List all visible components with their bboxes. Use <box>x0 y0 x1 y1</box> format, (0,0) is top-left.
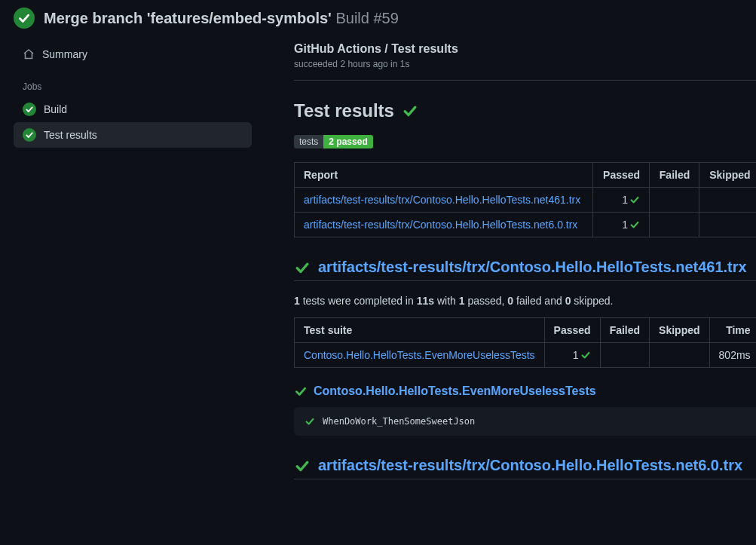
page-header: Merge branch 'features/embed-symbols' Bu… <box>0 0 756 42</box>
nav-summary[interactable]: Summary <box>14 42 252 66</box>
cell-skipped <box>699 188 756 213</box>
table-header-row: Test suite Passed Failed Skipped Time <box>295 318 757 343</box>
col-failed: Failed <box>600 318 649 343</box>
check-circle-icon <box>23 103 36 116</box>
cell-time: 802ms <box>709 343 756 368</box>
report-link[interactable]: artifacts/test-results/trx/Contoso.Hello… <box>304 219 577 231</box>
col-report: Report <box>295 163 593 188</box>
nav-job-label: Build <box>44 103 67 115</box>
reports-table: Report Passed Failed Skipped artifacts/t… <box>294 162 756 237</box>
home-icon <box>23 48 35 60</box>
page-title: Merge branch 'features/embed-symbols' Bu… <box>44 10 399 27</box>
col-failed: Failed <box>650 163 699 188</box>
table-row: artifacts/test-results/trx/Contoso.Hello… <box>295 213 757 237</box>
file-link[interactable]: artifacts/test-results/trx/Contoso.Hello… <box>318 259 747 276</box>
build-status-icon <box>14 8 35 29</box>
commit-message: Merge branch 'features/embed-symbols' <box>44 10 332 26</box>
check-icon <box>629 219 640 230</box>
col-skipped: Skipped <box>699 163 756 188</box>
table-header-row: Report Passed Failed Skipped <box>295 163 757 188</box>
nav-job-build[interactable]: Build <box>14 96 252 122</box>
breadcrumb-owner: GitHub Actions <box>294 42 381 55</box>
table-row: Contoso.Hello.HelloTests.EvenMoreUseless… <box>295 343 757 368</box>
sidebar: Summary Jobs Build Test results <box>0 42 256 482</box>
check-icon <box>294 458 311 474</box>
status-line: succeeded 2 hours ago in 1s <box>294 59 756 69</box>
nav-summary-label: Summary <box>42 48 87 60</box>
col-time: Time <box>709 318 756 343</box>
cell-skipped <box>650 343 709 368</box>
col-skipped: Skipped <box>650 318 709 343</box>
cell-failed <box>650 188 699 213</box>
cell-failed <box>650 213 699 237</box>
file-section-heading: artifacts/test-results/trx/Contoso.Hello… <box>294 259 756 281</box>
tests-badge: tests2 passed <box>294 135 756 148</box>
col-suite: Test suite <box>295 318 545 343</box>
suite-table: Test suite Passed Failed Skipped Time Co… <box>294 317 756 368</box>
cell-passed: 1 <box>593 213 650 237</box>
check-circle-icon <box>23 128 36 142</box>
suite-heading: Contoso.Hello.HelloTests.EvenMoreUseless… <box>294 384 756 398</box>
cell-skipped <box>699 213 756 237</box>
badge-value: 2 passed <box>323 135 372 148</box>
divider <box>294 80 756 81</box>
suite-link[interactable]: Contoso.Hello.HelloTests.EvenMoreUseless… <box>304 349 535 361</box>
file-section-heading: artifacts/test-results/trx/Contoso.Hello… <box>294 457 756 479</box>
check-icon <box>294 259 311 276</box>
build-number: Build #59 <box>335 10 398 26</box>
suite-link[interactable]: Contoso.Hello.HelloTests.EvenMoreUseless… <box>314 384 596 398</box>
file-summary: 1 tests were completed in 11s with 1 pas… <box>294 295 756 307</box>
check-icon <box>305 416 315 427</box>
test-name: WhenDoWork_ThenSomeSweetJson <box>323 416 475 427</box>
col-passed: Passed <box>544 318 600 343</box>
breadcrumb-page: Test results <box>391 42 458 55</box>
check-icon <box>402 103 418 119</box>
jobs-heading: Jobs <box>14 66 252 96</box>
cell-passed: 1 <box>544 343 600 368</box>
nav-job-label: Test results <box>44 129 97 141</box>
file-link[interactable]: artifacts/test-results/trx/Contoso.Hello… <box>318 457 742 474</box>
nav-job-test-results[interactable]: Test results <box>14 122 252 148</box>
main-content: GitHub Actions / Test results succeeded … <box>256 42 756 482</box>
table-row: artifacts/test-results/trx/Contoso.Hello… <box>295 188 757 213</box>
check-icon <box>629 194 640 205</box>
cell-failed <box>600 343 649 368</box>
check-icon <box>294 384 308 398</box>
section-title: Test results <box>294 100 756 121</box>
test-item: WhenDoWork_ThenSomeSweetJson <box>294 407 756 436</box>
cell-passed: 1 <box>593 188 650 213</box>
breadcrumb: GitHub Actions / Test results <box>294 42 756 56</box>
col-passed: Passed <box>593 163 650 188</box>
report-link[interactable]: artifacts/test-results/trx/Contoso.Hello… <box>304 194 580 206</box>
badge-label: tests <box>294 135 323 148</box>
check-icon <box>580 350 591 360</box>
